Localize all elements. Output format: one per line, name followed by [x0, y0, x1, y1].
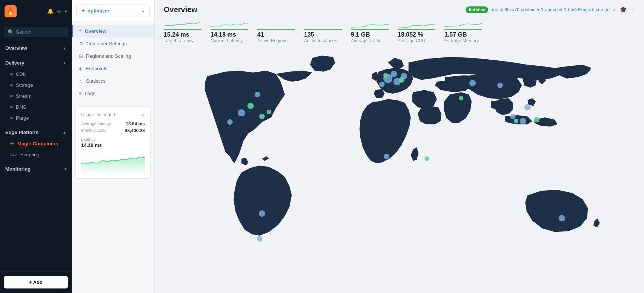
- statistics-nav-icon: ∿: [79, 78, 83, 84]
- region-dot-green: [259, 114, 265, 119]
- storage-dot-icon: [10, 84, 13, 86]
- region-dot-green: [247, 103, 254, 109]
- cdn-label: CDN: [16, 71, 26, 77]
- sidebar-section-delivery: Delivery ▲ CDN Storage Stream DNS Purge: [0, 56, 72, 125]
- purge-dot-icon: [10, 117, 13, 119]
- nav-item-endpoints-label: Endpoints: [86, 66, 108, 71]
- notification-icon[interactable]: 🔔: [47, 8, 54, 14]
- nav-item-endpoints[interactable]: ◈ Endpoints: [72, 62, 154, 75]
- stat-average-traffic: 9.1 GB Average Traffic: [351, 19, 389, 43]
- graduation-icon[interactable]: 🎓: [619, 6, 627, 13]
- overview-chevron-icon: ▲: [63, 46, 66, 50]
- edge-platform-label: Edge Platform: [5, 130, 38, 135]
- nav-item-overview[interactable]: ≡ Overview: [72, 25, 154, 37]
- region-dot: [469, 80, 476, 86]
- region-dot: [384, 154, 389, 159]
- more-options-icon[interactable]: ···: [630, 6, 635, 13]
- nav-item-container-settings[interactable]: ⚙ Container Settings: [72, 37, 154, 50]
- stat-value-active-instances: 135: [304, 31, 342, 38]
- monitoring-label: Monitoring: [5, 166, 31, 172]
- stat-chart-average-memory: [444, 19, 482, 30]
- stat-average-cpu: 18.052 % Average CPU: [398, 19, 435, 43]
- region-dot: [255, 92, 260, 97]
- latency-value: 14.18 ms: [81, 142, 145, 148]
- search-icon: 🔍: [8, 29, 14, 35]
- delivery-header[interactable]: Delivery ▲: [0, 57, 72, 69]
- nav-item-regions-scaling[interactable]: ⊞ Regions and Scaling: [72, 50, 154, 62]
- magic-containers-label: Magic Containers: [17, 141, 58, 146]
- panel-selector[interactable]: ✦ optimizer ⌄: [76, 5, 150, 17]
- stat-chart-average-traffic: [351, 19, 389, 30]
- settings-icon[interactable]: ⚙: [57, 8, 61, 14]
- stat-average-memory: 1.57 GB Average Memory: [444, 19, 482, 43]
- purge-label: Purge: [16, 115, 29, 121]
- app-logo: 🔥: [5, 5, 17, 17]
- nav-item-logs-label: Logs: [85, 91, 95, 96]
- sidebar-item-scripting[interactable]: </> Scripting: [0, 149, 72, 160]
- sidebar-item-dns[interactable]: DNS: [0, 102, 72, 113]
- region-dot-green: [399, 77, 404, 83]
- main-content: Overview Active mc-3a60ca70-container-1-…: [155, 0, 644, 293]
- edge-platform-header[interactable]: Edge Platform ▲: [0, 126, 72, 138]
- stat-chart-average-cpu: [398, 19, 435, 30]
- nav-item-logs[interactable]: ≡ Logs: [72, 87, 154, 100]
- usage-costs-row: Monthly costs $3,400.28: [81, 128, 145, 133]
- stat-active-instances: 135 Active Instances: [304, 19, 342, 43]
- stat-label-average-traffic: Average Traffic: [351, 38, 389, 43]
- status-badge: Active: [466, 6, 488, 13]
- sidebar-item-purge[interactable]: Purge: [0, 113, 72, 123]
- status-label: Active: [473, 8, 485, 12]
- region-dot: [559, 215, 565, 221]
- container-settings-nav-icon: ⚙: [79, 41, 83, 46]
- region-dot: [257, 236, 263, 242]
- stat-active-regions: 41 Active Regions: [257, 19, 295, 43]
- nav-item-statistics[interactable]: ∿ Statistics: [72, 75, 154, 87]
- expand-icon[interactable]: ⤢: [141, 112, 145, 117]
- sidebar-item-cdn[interactable]: CDN: [0, 69, 72, 80]
- edge-platform-chevron-icon: ▲: [63, 130, 66, 134]
- panel-top: ✦ optimizer ⌄: [72, 0, 154, 22]
- overview-nav-icon: ≡: [79, 28, 82, 34]
- sidebar: 🔥 🔔 ⚙ ▾ 🔍 Search Overview ▲ Delivery ▲ C…: [0, 0, 72, 293]
- stat-target-latency: 15.24 ms Target Latency: [164, 19, 201, 43]
- search-box[interactable]: 🔍 Search: [4, 27, 68, 37]
- external-link-icon: ↗: [612, 7, 616, 12]
- stat-label-target-latency: Target Latency: [164, 38, 201, 43]
- chevron-down-icon[interactable]: ▾: [65, 8, 67, 14]
- region-dot: [227, 119, 233, 125]
- main-header: Overview Active mc-3a60ca70-container-1-…: [155, 0, 644, 19]
- stat-label-active-instances: Active Instances: [304, 38, 342, 43]
- monthly-costs-value: $3,400.28: [125, 128, 145, 133]
- overview-label: Overview: [5, 45, 27, 51]
- delivery-chevron-icon: ▲: [63, 61, 66, 65]
- stats-bar: 15.24 ms Target Latency 14.18 ms Current…: [155, 19, 644, 49]
- region-dot-green: [383, 73, 388, 77]
- header-icons: 🎓 ···: [619, 6, 635, 13]
- sidebar-item-magic-containers[interactable]: ✏ Magic Containers: [0, 138, 72, 149]
- add-button[interactable]: + Add: [4, 276, 68, 288]
- magic-containers-icon: ✏: [10, 141, 14, 146]
- search-label: Search: [16, 29, 31, 35]
- region-dot: [524, 104, 531, 111]
- header-icon-group: 🔔 ⚙ ▾: [47, 8, 67, 14]
- sidebar-item-stream[interactable]: Stream: [0, 91, 72, 102]
- cdn-dot-icon: [10, 73, 13, 76]
- endpoint-link[interactable]: mc-3a60ca70-container-1-endpoint-1-bns58…: [492, 7, 616, 12]
- nav-item-container-settings-label: Container Settings: [86, 41, 127, 46]
- sidebar-overview-item[interactable]: Overview ▲: [0, 42, 72, 54]
- region-dot-green: [459, 96, 463, 100]
- latency-chart: [81, 150, 145, 173]
- stat-label-current-latency: Current Latency: [211, 38, 248, 43]
- endpoint-text: mc-3a60ca70-container-1-endpoint-1-bns58…: [492, 7, 611, 12]
- region-dot: [497, 83, 503, 88]
- header-right: Active mc-3a60ca70-container-1-endpoint-…: [466, 6, 635, 13]
- region-dot: [379, 82, 385, 87]
- delivery-label: Delivery: [5, 60, 25, 66]
- stat-value-current-latency: 14.18 ms: [211, 31, 248, 38]
- nav-item-overview-label: Overview: [85, 28, 107, 34]
- sidebar-item-storage[interactable]: Storage: [0, 80, 72, 91]
- dns-dot-icon: [10, 106, 13, 108]
- monitoring-header[interactable]: Monitoring ▾: [0, 163, 72, 175]
- usage-widget: Usage this month ⤢ Average latency 13.64…: [75, 106, 151, 179]
- usage-header: Usage this month ⤢: [81, 112, 145, 117]
